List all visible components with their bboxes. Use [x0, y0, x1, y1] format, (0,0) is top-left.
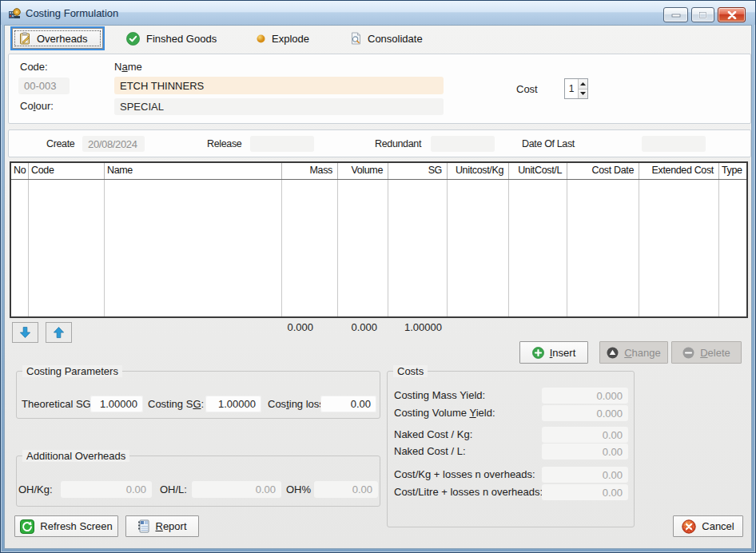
titlebar[interactable]: Costing Formulation	[1, 1, 755, 25]
table-body-column	[719, 180, 746, 316]
cancel-button[interactable]: Cancel	[673, 515, 743, 537]
costing-volume-yield-field: 0.000	[542, 405, 628, 421]
window-title: Costing Formulation	[26, 7, 118, 19]
col-header-unitcost-kg: Unitcost/Kg	[448, 163, 509, 179]
col-header-volume: Volume	[338, 163, 388, 179]
close-button[interactable]	[718, 7, 746, 22]
name-field[interactable]: ETCH THINNERS	[114, 77, 444, 94]
create-label: Create	[46, 138, 74, 149]
costs-row: Cost/Kg + losses n overheads: 0.00	[388, 467, 634, 483]
costs-row: Naked Cost / Kg: 0.00	[388, 427, 634, 443]
cost-spinner-up-button[interactable]	[579, 79, 587, 90]
report-notebook-icon	[137, 519, 149, 533]
dark-up-triangle-circle-icon	[607, 347, 619, 359]
costs-row: Costing Volume Yield: 0.000	[388, 405, 634, 421]
formulation-table-body[interactable]	[11, 180, 746, 316]
naked-cost-l-field: 0.00	[542, 444, 628, 460]
table-body-column	[567, 180, 639, 316]
col-header-code: Code	[29, 163, 105, 179]
move-row-down-button[interactable]	[12, 322, 38, 343]
close-icon	[727, 11, 737, 19]
theoretical-sg-label: Theoretical SG	[22, 398, 91, 410]
theoretical-sg-field[interactable]: 1.00000	[90, 396, 143, 412]
oh-pct-label: OH%	[286, 483, 311, 495]
report-button[interactable]: Report	[125, 515, 199, 537]
costing-sg-field[interactable]: 1.00000	[205, 396, 261, 412]
table-body-column	[11, 180, 29, 316]
col-header-sg: SG	[388, 163, 448, 179]
move-row-up-button[interactable]	[46, 322, 72, 343]
additional-overheads-group: Additional Overheads OH/Kg: 0.00 OH/L: 0…	[16, 456, 380, 507]
costing-sg-label: Costing SG:	[148, 398, 204, 410]
up-triangle-icon	[580, 82, 586, 86]
oh-l-field[interactable]: 0.00	[192, 481, 281, 498]
table-body-column	[448, 180, 509, 316]
explode-button[interactable]: Explode	[257, 29, 309, 48]
naked-cost-kg-label: Naked Cost / Kg:	[394, 428, 472, 440]
oh-kg-field[interactable]: 0.00	[61, 481, 152, 498]
overheads-button[interactable]: Overheads	[12, 28, 103, 49]
costs-group: Costs Costing Mass Yield: 0.000 Costing …	[387, 371, 635, 527]
gray-minus-circle-icon	[682, 347, 694, 359]
sg-total: 1.00000	[364, 321, 442, 333]
costing-volume-yield-label: Costing Volume Yield:	[394, 407, 495, 419]
restore-button[interactable]	[691, 7, 714, 22]
naked-cost-l-label: Naked Cost / L:	[394, 445, 466, 457]
clipboard-edit-icon	[19, 32, 31, 45]
dates-panel: Create 20/08/2024 Release Redundant Date…	[8, 129, 751, 157]
delete-button[interactable]: Delete	[671, 341, 742, 364]
colour-label: Colour:	[20, 100, 54, 112]
finished-goods-button[interactable]: Finshed Goods	[126, 29, 217, 48]
oh-l-label: OH/L:	[160, 483, 187, 495]
change-button[interactable]: Change	[599, 341, 668, 364]
cost-kg-losses-overheads-label: Cost/Kg + losses n overheads:	[394, 468, 535, 480]
additional-overheads-group-label: Additional Overheads	[22, 450, 129, 462]
cost-litre-losses-overheads-field: 0.00	[542, 484, 628, 500]
refresh-screen-button[interactable]: Refresh Screen	[14, 515, 118, 537]
refresh-icon	[20, 519, 34, 534]
redundant-label: Redundant	[375, 138, 421, 149]
col-header-name: Name	[105, 163, 282, 179]
costing-loss-field[interactable]: 0.00	[320, 396, 376, 412]
product-panel: Code: Name 00-003 ETCH THINNERS Colour: …	[8, 54, 751, 124]
minimize-button[interactable]	[663, 7, 688, 22]
cost-label: Cost	[516, 83, 538, 95]
insert-button-label: Insert	[550, 347, 576, 359]
code-field: 00-003	[18, 78, 70, 94]
minimize-icon	[671, 11, 681, 18]
down-triangle-icon	[580, 92, 586, 95]
costs-row: Costing Mass Yield: 0.000	[388, 388, 634, 404]
green-plus-circle-icon	[532, 347, 544, 359]
finished-goods-label: Finshed Goods	[146, 33, 217, 45]
overheads-button-label: Overheads	[37, 33, 88, 45]
table-body-column	[29, 180, 105, 316]
naked-cost-kg-field: 0.00	[542, 427, 628, 443]
cancel-button-label: Cancel	[702, 520, 734, 532]
consolidate-button[interactable]: Consolidate	[350, 29, 423, 48]
insert-button[interactable]: Insert	[519, 341, 588, 364]
colour-field[interactable]: SPECIAL	[114, 98, 444, 115]
costing-mass-yield-field: 0.000	[542, 388, 628, 404]
create-date-field: 20/08/2024	[82, 136, 145, 152]
cost-spinner-down-button[interactable]	[579, 90, 587, 99]
col-header-cost-date: Cost Date	[567, 163, 639, 179]
costing-mass-yield-label: Costing Mass Yield:	[394, 389, 485, 401]
costing-formulation-window: Costing Formulation	[0, 0, 756, 553]
release-date-field	[250, 136, 314, 152]
delete-button-label: Delete	[700, 347, 730, 359]
document-magnifier-icon	[350, 32, 361, 45]
gold-sphere-icon	[257, 34, 265, 43]
col-header-extended-cost: Extended Cost	[639, 163, 719, 179]
green-check-circle-icon	[126, 32, 140, 46]
costs-group-label: Costs	[393, 365, 428, 377]
release-label: Release	[207, 138, 241, 149]
refresh-screen-label: Refresh Screen	[40, 520, 112, 532]
costing-parameters-group-label: Costing Parameters	[22, 365, 122, 377]
redundant-date-field	[431, 136, 495, 152]
cost-kg-losses-overheads-field: 0.00	[542, 467, 628, 483]
date-of-last-label: Date Of Last	[522, 138, 575, 149]
oh-pct-field[interactable]: 0.00	[314, 481, 378, 498]
cost-spinner[interactable]: 1	[564, 78, 588, 99]
change-button-label: Change	[624, 347, 661, 359]
name-label: Name	[114, 61, 142, 73]
